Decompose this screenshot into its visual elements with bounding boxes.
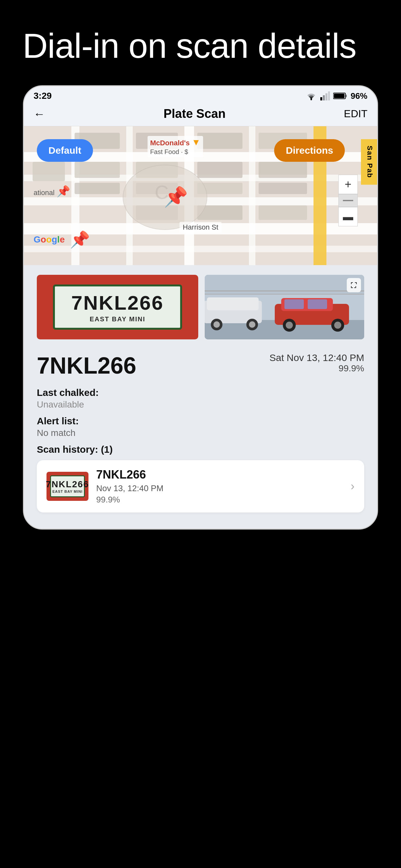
phone-frame: 3:29 (23, 85, 378, 530)
side-street-label: San Pab (361, 139, 377, 185)
svg-rect-34 (258, 206, 307, 220)
zoom-in-button[interactable]: + (338, 175, 358, 194)
mcdonalds-sub: Fast Food · $ (150, 148, 188, 155)
history-chevron-icon: › (351, 479, 354, 493)
photo-row: 7NKL266 EAST BAY MINI (37, 275, 364, 339)
zoom-icon (342, 197, 354, 204)
national-pin-icon: 📌 (57, 185, 70, 197)
svg-rect-42 (207, 298, 258, 310)
national-label: ational 📌 (34, 185, 70, 197)
location-pin: 📌 (164, 187, 188, 207)
scan-meta: Sat Nov 13, 12:40 PM 99.9% (270, 352, 365, 374)
back-button[interactable]: ← (34, 107, 45, 121)
svg-rect-17 (249, 126, 255, 265)
mcdonalds-label: McDonald's ▼ Fast Food · $ (148, 136, 203, 157)
svg-point-44 (213, 321, 220, 328)
svg-rect-32 (258, 162, 307, 178)
battery-percent: 96% (351, 91, 367, 101)
scan-history-label: Scan history: (1) (37, 444, 364, 455)
history-plate-number: 7NKL266 (96, 468, 343, 482)
scan-datetime: Sat Nov 13, 12:40 PM (270, 352, 365, 363)
map-location-icon: 📌 (70, 230, 90, 249)
car-scene-svg (205, 275, 364, 339)
svg-rect-50 (308, 299, 327, 309)
car-photo[interactable] (205, 275, 364, 339)
content-area: 7NKL266 EAST BAY MINI (24, 265, 377, 529)
app-bar: ← Plate Scan EDIT (24, 104, 377, 126)
phone-wrapper: 3:29 (0, 85, 401, 555)
alert-list-value: No match (37, 428, 364, 438)
history-plate-text: 7NKL266 (46, 479, 89, 490)
svg-point-0 (310, 99, 312, 100)
plate-photo-state: EAST BAY MINI (90, 315, 146, 323)
status-bar: 3:29 (24, 86, 377, 104)
default-map-button[interactable]: Default (37, 139, 93, 162)
history-info: 7NKL266 Nov 13, 12:40 PM 99.9% (96, 468, 343, 505)
zoom-out-button[interactable]: ▬ (338, 207, 358, 226)
hero-section: Dial-in on scan details (0, 0, 401, 85)
edit-button[interactable]: EDIT (344, 108, 367, 120)
google-logo: Google (34, 235, 65, 245)
history-thumb: 7NKL266 EAST BAY MINI (47, 472, 89, 501)
app-bar-title: Plate Scan (163, 107, 225, 121)
svg-point-52 (286, 321, 293, 329)
mcdonalds-name: McDonald's (150, 139, 190, 147)
google-logo-area: Google 📌 (34, 230, 90, 249)
svg-rect-19 (33, 162, 65, 181)
last-chalked-value: Unavailable (37, 399, 364, 410)
svg-rect-2 (323, 95, 325, 100)
svg-rect-3 (326, 93, 328, 100)
history-plate-state: EAST BAY MINI (52, 490, 83, 493)
svg-rect-6 (345, 95, 347, 97)
status-icons: 96% (305, 91, 367, 101)
alert-list-label: Alert list: (37, 415, 364, 427)
plate-photo[interactable]: 7NKL266 EAST BAY MINI (37, 275, 198, 339)
info-top-row: 7NKL266 Sat Nov 13, 12:40 PM 99.9% (37, 352, 364, 381)
info-section: 7NKL266 Sat Nov 13, 12:40 PM 99.9% Last … (37, 349, 364, 519)
svg-rect-37 (343, 200, 353, 201)
svg-point-46 (249, 321, 255, 328)
plate-number-large: 7NKL266 (37, 352, 136, 379)
battery-icon (333, 92, 347, 99)
svg-rect-33 (258, 183, 307, 194)
zoom-controls: + ▬ (338, 175, 358, 226)
expand-icon (350, 281, 358, 289)
svg-rect-1 (320, 97, 322, 100)
scan-confidence: 99.9% (270, 363, 365, 374)
svg-rect-27 (197, 133, 243, 149)
street-name-label: Harrison St (180, 222, 221, 233)
signal-icon (320, 91, 330, 100)
history-thumb-plate: 7NKL266 EAST BAY MINI (50, 475, 85, 497)
last-chalked-label: Last chalked: (37, 387, 364, 398)
national-text: ational (34, 189, 55, 197)
history-card[interactable]: 7NKL266 EAST BAY MINI 7NKL266 Nov 13, 12… (37, 460, 364, 513)
zoom-level-indicator (338, 194, 358, 207)
svg-rect-28 (197, 162, 243, 178)
mcdonalds-icon: ▼ (192, 137, 201, 147)
history-date: Nov 13, 12:40 PM (96, 484, 343, 493)
svg-rect-49 (284, 299, 304, 309)
svg-rect-7 (334, 94, 344, 98)
expand-photo-button[interactable] (347, 278, 361, 292)
svg-point-54 (334, 321, 341, 329)
plate-photo-inner: 7NKL266 EAST BAY MINI (53, 284, 182, 330)
history-confidence: 99.9% (96, 495, 343, 505)
hero-title: Dial-in on scan details (23, 26, 378, 66)
svg-rect-21 (74, 162, 120, 178)
directions-button[interactable]: Directions (274, 139, 345, 162)
status-time: 3:29 (34, 91, 52, 101)
plate-photo-number: 7NKL266 (71, 291, 164, 314)
svg-rect-22 (74, 183, 120, 194)
map-section: C Default Directions San Pab McDonald's … (24, 126, 377, 265)
wifi-icon (305, 91, 317, 100)
svg-rect-4 (328, 91, 330, 100)
